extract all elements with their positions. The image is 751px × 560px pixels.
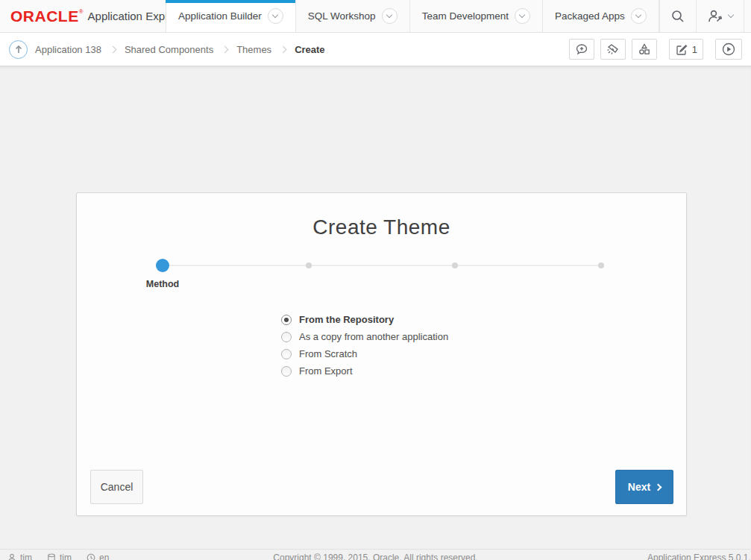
footer-version: Application Express 5.0.1.00.45 — [647, 553, 751, 560]
up-arrow-icon[interactable] — [9, 40, 28, 59]
edit-page-number: 1 — [692, 44, 697, 55]
tab-sql-workshop[interactable]: SQL Workshop — [295, 0, 409, 32]
chevron-down-icon[interactable] — [382, 8, 398, 24]
utilities-button[interactable] — [600, 39, 626, 60]
breadcrumb-separator-icon — [221, 45, 229, 53]
progress-step-pending — [452, 262, 458, 268]
help-icon[interactable]: ? — [744, 0, 751, 32]
radio-option-copy-from-application[interactable]: As a copy from another application — [281, 331, 448, 342]
radio-option-from-repository[interactable]: From the Repository — [281, 314, 448, 325]
radio-option-from-export[interactable]: From Export — [281, 365, 448, 377]
page-title: Create Theme — [77, 215, 686, 239]
edit-page-button[interactable]: 1 — [669, 39, 703, 60]
tab-label: Application Builder — [178, 10, 262, 22]
breadcrumb-themes[interactable]: Themes — [236, 44, 271, 55]
create-theme-wizard-card: Create Theme Method From the Repository … — [76, 192, 687, 516]
main-tabs: Application Builder SQL Workshop Team De… — [166, 0, 659, 32]
run-app-icon — [721, 42, 736, 57]
progress-line — [163, 265, 601, 266]
page-content: Create Theme Method From the Repository … — [0, 66, 751, 560]
radio-button[interactable] — [281, 349, 292, 359]
brand-logo[interactable]: ORACLE ® Application Express — [0, 0, 166, 32]
progress-step-pending — [306, 262, 312, 268]
breadcrumb-shared-components[interactable]: Shared Components — [125, 44, 213, 55]
run-application-button[interactable] — [715, 39, 742, 60]
chevron-down-icon[interactable] — [631, 8, 647, 24]
radio-button[interactable] — [281, 366, 292, 377]
tab-label: SQL Workshop — [308, 10, 376, 22]
progress-step-pending — [598, 262, 604, 268]
create-method-radio-group: From the Repository As a copy from anoth… — [281, 314, 448, 377]
chevron-down-icon[interactable] — [268, 8, 283, 24]
footer-bar: tim tim en Copyright © 1999, 2015, Oracl… — [0, 549, 751, 560]
flashlight-icon — [606, 43, 620, 56]
tab-packaged-apps[interactable]: Packaged Apps — [542, 0, 659, 32]
radio-label: From Export — [299, 365, 353, 377]
trademark-symbol: ® — [79, 8, 84, 15]
radio-label: From Scratch — [299, 348, 357, 359]
breadcrumb: Application 138 Shared Components Themes… — [35, 44, 325, 55]
breadcrumb-separator-icon — [280, 45, 287, 53]
cancel-button[interactable]: Cancel — [90, 470, 143, 504]
footer-copyright: Copyright © 1999, 2015, Oracle. All righ… — [0, 553, 751, 560]
chevron-down-icon[interactable] — [515, 8, 530, 24]
breadcrumb-create: Create — [295, 44, 324, 55]
radio-label: From the Repository — [299, 314, 394, 325]
chevron-right-icon — [655, 483, 662, 491]
feedback-icon — [575, 43, 588, 56]
radio-button[interactable] — [281, 332, 292, 342]
search-icon[interactable] — [660, 0, 696, 32]
oracle-wordmark: ORACLE — [10, 7, 79, 25]
top-navigation-bar: ORACLE ® Application Express Application… — [0, 0, 751, 33]
breadcrumb-application[interactable]: Application 138 — [35, 44, 101, 55]
tab-application-builder[interactable]: Application Builder — [166, 0, 295, 32]
wizard-progress-train: Method — [77, 259, 686, 303]
breadcrumb-separator-icon — [109, 45, 116, 53]
breadcrumb-bar: Application 138 Shared Components Themes… — [0, 33, 751, 66]
radio-button[interactable] — [281, 315, 292, 325]
edit-page-icon — [675, 43, 688, 56]
tab-label: Team Development — [422, 10, 509, 22]
next-button[interactable]: Next — [615, 470, 673, 504]
radio-label: As a copy from another application — [299, 331, 448, 342]
next-button-label: Next — [628, 481, 650, 493]
progress-step-label: Method — [118, 279, 207, 289]
shared-components-icon — [638, 43, 651, 56]
administration-icon[interactable] — [696, 0, 744, 32]
feedback-button[interactable] — [569, 39, 594, 60]
radio-option-from-scratch[interactable]: From Scratch — [281, 348, 448, 359]
progress-step-current — [156, 259, 169, 272]
tab-team-development[interactable]: Team Development — [409, 0, 542, 32]
chevron-down-icon — [728, 12, 734, 18]
page-toolbar: 1 — [569, 39, 744, 60]
tab-label: Packaged Apps — [555, 10, 625, 22]
shared-components-button[interactable] — [632, 39, 657, 60]
header-icon-group: ? — [659, 0, 751, 32]
